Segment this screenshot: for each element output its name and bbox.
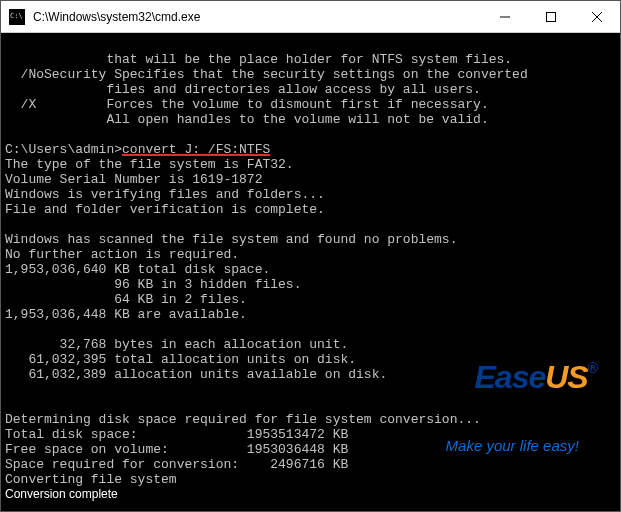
output-line: 96 KB in 3 hidden files. (5, 277, 301, 292)
minimize-button[interactable] (482, 1, 528, 33)
prompt-path: C:\Users\admin> (5, 142, 122, 157)
terminal-area[interactable]: that will be the place holder for NTFS s… (1, 33, 620, 511)
maximize-button[interactable] (528, 1, 574, 33)
help-text: /NoSecurity Specifies that the security … (5, 67, 528, 82)
output-line: 32,768 bytes in each allocation unit. (5, 337, 348, 352)
window-controls (482, 1, 620, 32)
help-text: files and directories allow access by al… (5, 82, 481, 97)
output-line: Total disk space: 1953513472 KB (5, 427, 348, 442)
output-line: 61,032,389 allocation units available on… (5, 367, 387, 382)
close-button[interactable] (574, 1, 620, 33)
registered-icon: ® (588, 360, 598, 376)
cmd-window: C:\Windows\system32\cmd.exe that will be… (0, 0, 621, 512)
svg-rect-1 (547, 13, 556, 22)
titlebar: C:\Windows\system32\cmd.exe (1, 1, 620, 33)
output-line: Space required for conversion: 2496716 K… (5, 457, 348, 472)
output-line: 61,032,395 total allocation units on dis… (5, 352, 356, 367)
brand-us: US (545, 359, 587, 395)
close-icon (592, 12, 602, 22)
brand-tagline: Make your life easy! (446, 438, 598, 453)
prompt-command: convert J: /FS:NTFS (122, 142, 270, 157)
easeus-watermark: EaseUS® Make your life easy! (446, 318, 598, 483)
status-line: Conversion complete (5, 485, 118, 503)
output-line: 1,953,036,448 KB are available. (5, 307, 247, 322)
output-line: The type of the file system is FAT32. (5, 157, 294, 172)
output-line: 1,953,036,640 KB total disk space. (5, 262, 270, 277)
output-line: Volume Serial Number is 1619-1872 (5, 172, 262, 187)
help-text: that will be the place holder for NTFS s… (5, 52, 512, 67)
output-line: Windows has scanned the file system and … (5, 232, 457, 247)
help-text: All open handles to the volume will not … (5, 112, 489, 127)
maximize-icon (546, 12, 556, 22)
output-line: 64 KB in 2 files. (5, 292, 247, 307)
help-text: /X Forces the volume to dismount first i… (5, 97, 489, 112)
window-title: C:\Windows\system32\cmd.exe (33, 10, 482, 24)
minimize-icon (500, 12, 510, 22)
brand-name: EaseUS® (446, 348, 598, 406)
brand-ease: Ease (474, 359, 545, 395)
output-line: Determining disk space required for file… (5, 412, 481, 427)
output-line: No further action is required. (5, 247, 239, 262)
output-line: Windows is verifying files and folders..… (5, 187, 325, 202)
output-line: Free space on volume: 1953036448 KB (5, 442, 348, 457)
output-line: File and folder verification is complete… (5, 202, 325, 217)
cmd-icon (9, 9, 25, 25)
